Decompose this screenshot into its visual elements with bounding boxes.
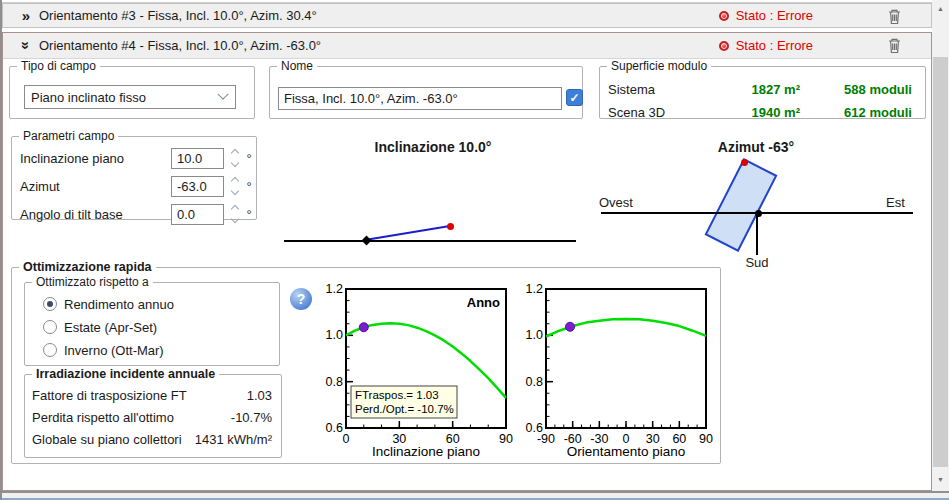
tilt-plane-line (365, 225, 450, 241)
delete-orientation-button[interactable] (881, 6, 907, 27)
check-icon: ✓ (569, 91, 579, 105)
radio-icon (43, 343, 57, 357)
radio-label: Estate (Apr-Set) (64, 320, 157, 335)
trash-icon (887, 8, 902, 25)
tilt-diagram-title: Inclinazione 10.0° (293, 139, 573, 155)
orientation-row-3-header[interactable]: » Orientamento #3 - Fissa, Incl. 10.0°, … (2, 3, 932, 28)
group-label: Irradiazione incidente annuale (32, 367, 219, 381)
radio-annual-yield[interactable]: Rendimento annuo (43, 293, 279, 315)
vertical-scrollbar[interactable]: ▲ ▼ (932, 0, 949, 491)
radio-icon (43, 320, 57, 334)
axis-origin-marker (755, 210, 762, 217)
svg-text:0.8: 0.8 (326, 375, 343, 389)
field-type-select[interactable]: Piano inclinato fisso (24, 85, 236, 109)
param-row-azimuth: Azimut ° (12, 173, 256, 199)
tilt-input[interactable] (171, 148, 224, 169)
unit-label: ° (242, 179, 256, 194)
modules-count: 612 moduli (800, 105, 912, 120)
east-label: Est (886, 195, 905, 210)
orientation-panel: » Orientamento #3 - Fissa, Incl. 10.0°, … (0, 0, 949, 500)
scroll-down-button[interactable]: ▼ (932, 471, 949, 488)
radio-summer[interactable]: Estate (Apr-Set) (43, 316, 279, 338)
irradiation-row: Fattore di trasposizione FT 1.03 (25, 384, 281, 406)
spinner-up-icon[interactable] (230, 205, 238, 213)
param-row-base-tilt: Angolo di tilt base ° (12, 201, 256, 227)
module-area-group: Superficie modulo Sistema 1827 m² 588 mo… (599, 66, 926, 119)
panel-corner-marker (741, 159, 748, 166)
status-badge: Stato : Errore (719, 4, 813, 27)
tilt-transposition-chart: 03060900.60.81.01.2AnnoFTraspos.= 1.03Pe… (319, 281, 519, 461)
spinner-up-icon[interactable] (230, 177, 238, 185)
spinner-down-icon[interactable] (230, 215, 238, 223)
radio-label: Inverno (Ott-Mar) (64, 343, 164, 358)
azimuth-diagram-title: Azimut -63° (656, 139, 856, 155)
name-group: Nome ✓ (269, 66, 583, 119)
tilt-spinner[interactable] (227, 148, 242, 169)
status-error-icon (719, 11, 729, 21)
irradiation-value: 1.03 (247, 388, 272, 403)
svg-text:Perd./Opt.= -10.7%: Perd./Opt.= -10.7% (355, 403, 454, 415)
spinner-down-icon[interactable] (230, 159, 238, 167)
status-text: Stato : Errore (736, 38, 813, 53)
orientation-row-title: Orientamento #3 - Fissa, Incl. 10.0°, Az… (39, 8, 317, 23)
irradiation-row: Perdita rispetto all'ottimo -10.7% (25, 406, 281, 428)
svg-text:0.6: 0.6 (526, 421, 543, 435)
field-params-group: Parametri campo Inclinazione piano ° Azi… (11, 136, 257, 220)
irradiation-row: Globale su piano collettori 1431 kWh/m² (25, 428, 281, 450)
svg-text:FTraspos.= 1.03: FTraspos.= 1.03 (355, 389, 439, 401)
svg-text:1.0: 1.0 (526, 328, 543, 342)
group-label: Ottimizzazione rapida (19, 260, 156, 274)
unit-label: ° (242, 151, 256, 166)
annual-irradiation-group: Irradiazione incidente annuale Fattore d… (24, 374, 282, 458)
radio-selected-icon (43, 297, 57, 311)
area-row-name: Scena 3D (608, 105, 738, 120)
param-label: Angolo di tilt base (20, 207, 171, 222)
orientation-row-4-header[interactable]: » Orientamento #4 - Fissa, Incl. 10.0°, … (3, 33, 931, 59)
irradiation-label: Globale su piano collettori (32, 432, 195, 447)
name-confirm-checkbox[interactable]: ✓ (566, 89, 583, 106)
chevron-collapsed-icon[interactable]: » (15, 7, 37, 24)
field-type-group: Tipo di campo Piano inclinato fisso (9, 66, 255, 119)
svg-text:Anno: Anno (467, 295, 500, 310)
orientation-transposition-chart: -90-60-3003060900.60.81.01.2Orientamento… (519, 281, 729, 461)
chevron-expanded-icon[interactable]: » (18, 35, 35, 57)
trash-icon (887, 37, 902, 54)
svg-text:1.2: 1.2 (326, 282, 343, 296)
scroll-up-button[interactable]: ▲ (932, 0, 949, 17)
radio-winter[interactable]: Inverno (Ott-Mar) (43, 339, 279, 361)
scroll-down-icon: ▼ (937, 476, 944, 483)
tilt-ground-line (284, 240, 576, 242)
base-tilt-spinner[interactable] (227, 204, 242, 225)
pv-panel-shape (705, 158, 778, 252)
question-mark-icon: ? (297, 291, 306, 307)
orientation-row-4-section: » Orientamento #4 - Fissa, Incl. 10.0°, … (2, 32, 932, 491)
svg-text:1.2: 1.2 (526, 282, 543, 296)
spinner-up-icon[interactable] (230, 149, 238, 157)
scroll-up-icon: ▲ (937, 5, 944, 12)
svg-text:90: 90 (499, 432, 513, 446)
radio-label: Rendimento annuo (64, 297, 174, 312)
base-tilt-input[interactable] (171, 204, 224, 225)
area-value: 1827 m² (738, 82, 800, 97)
orientation-name-input[interactable] (278, 87, 562, 110)
group-label: Tipo di campo (17, 59, 100, 73)
irradiation-value: 1431 kWh/m² (195, 432, 272, 447)
status-error-icon (719, 41, 729, 51)
group-label: Nome (277, 59, 317, 73)
azimuth-spinner[interactable] (227, 176, 242, 197)
scrollbar-thumb[interactable] (933, 57, 948, 467)
help-button[interactable]: ? (290, 288, 312, 310)
delete-orientation-button[interactable] (881, 35, 907, 56)
unit-label: ° (242, 207, 256, 222)
status-text: Stato : Errore (736, 8, 813, 23)
svg-text:0.6: 0.6 (326, 421, 343, 435)
svg-text:Inclinazione piano: Inclinazione piano (372, 444, 480, 459)
south-label: Sud (727, 255, 787, 270)
irradiation-label: Perdita rispetto all'ottimo (32, 410, 231, 425)
area-row-name: Sistema (608, 82, 738, 97)
area-value: 1940 m² (738, 105, 800, 120)
optimized-respect-group: Ottimizzato rispetto a Rendimento annuo … (24, 282, 280, 366)
status-badge: Stato : Errore (719, 33, 813, 58)
azimuth-input[interactable] (171, 176, 224, 197)
spinner-down-icon[interactable] (230, 187, 238, 195)
